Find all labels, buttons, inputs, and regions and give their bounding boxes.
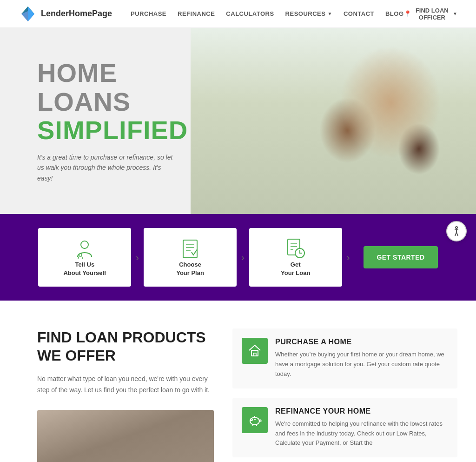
- svg-line-6: [82, 256, 83, 259]
- step-3-label: GetYour Loan: [281, 261, 310, 277]
- loan-right: PURCHASE A HOME Whether you're buying yo…: [232, 328, 457, 457]
- purchase-description: Whether you're buying your first home or…: [275, 350, 448, 379]
- chevron-down-icon: ▼: [453, 11, 457, 16]
- find-loan-officer-button[interactable]: 📍 FIND LOAN OFFICER ▼: [404, 7, 457, 21]
- header: LenderHomePage PURCHASE REFINANCE CALCUL…: [0, 0, 476, 28]
- refinance-product-info: REFINANCE YOUR HOME We're committed to h…: [275, 407, 448, 448]
- step-1-label: Tell UsAbout Yourself: [63, 261, 106, 277]
- hero-content: HOME LOANS SIMPLIFIED It's a great time …: [0, 31, 206, 211]
- get-started-button[interactable]: GET STARTED: [364, 246, 437, 268]
- refinance-description: We're committed to helping you refinance…: [275, 419, 448, 448]
- loan-image: [37, 410, 214, 462]
- svg-point-19: [251, 419, 252, 421]
- home-icon: [248, 344, 262, 358]
- step-card-1: Tell UsAbout Yourself: [38, 228, 131, 287]
- svg-point-24: [456, 227, 457, 228]
- loan-products-section: FIND LOAN PRODUCTSWE OFFER No matter wha…: [0, 301, 476, 462]
- purchase-title: PURCHASE A HOME: [275, 338, 448, 346]
- purchase-icon-box: [242, 338, 268, 364]
- loan-products-title: FIND LOAN PRODUCTSWE OFFER: [37, 328, 214, 364]
- refinance-icon-box: [242, 407, 268, 433]
- steps-banner: Tell UsAbout Yourself › ChooseYour Plan …: [0, 214, 476, 301]
- hero-title-accent: SIMPLIFIED: [37, 116, 188, 145]
- logo[interactable]: LenderHomePage: [19, 5, 112, 23]
- step-arrow-3: ›: [347, 252, 350, 263]
- svg-point-3: [81, 241, 88, 248]
- loan-left: FIND LOAN PRODUCTSWE OFFER No matter wha…: [37, 328, 214, 462]
- main-nav: PURCHASE REFINANCE CALCULATORS RESOURCES…: [131, 10, 403, 17]
- document-check-icon: [178, 237, 202, 261]
- svg-line-28: [456, 232, 458, 236]
- svg-marker-2: [28, 7, 34, 21]
- hero-title-line2: LOANS: [37, 87, 188, 116]
- step-card-2: ChooseYour Plan: [144, 228, 237, 287]
- hero-image: [191, 28, 476, 214]
- hero-section: HOME LOANS SIMPLIFIED It's a great time …: [0, 28, 476, 214]
- refinance-title: REFINANCE YOUR HOME: [275, 407, 448, 415]
- hero-title-line1: HOME: [37, 59, 188, 87]
- chevron-down-icon: ▼: [327, 11, 332, 16]
- document-clock-icon: [284, 237, 307, 261]
- step-arrow-2: ›: [241, 252, 245, 263]
- product-card-purchase: PURCHASE A HOME Whether you're buying yo…: [232, 328, 457, 388]
- nav-refinance[interactable]: REFINANCE: [178, 10, 215, 17]
- logo-icon: [19, 5, 37, 23]
- loan-products-description: No matter what type of loan you need, we…: [37, 374, 214, 396]
- step-arrow-1: ›: [136, 252, 139, 263]
- accessibility-button[interactable]: [446, 221, 467, 241]
- svg-point-4: [79, 254, 82, 256]
- nav-calculators[interactable]: CALCULATORS: [226, 10, 274, 17]
- nav-contact[interactable]: CONTACT: [344, 10, 374, 17]
- nav-blog[interactable]: BLOG: [385, 10, 404, 17]
- hero-subtitle: It's a great time to purchase or refinan…: [37, 152, 177, 183]
- location-pin-icon: 📍: [404, 10, 411, 17]
- nav-resources[interactable]: RESOURCES ▼: [285, 10, 332, 17]
- accessibility-icon: [451, 226, 462, 237]
- svg-line-5: [78, 256, 79, 259]
- step-card-3: GetYour Loan: [249, 228, 342, 287]
- product-card-refinance: REFINANCE YOUR HOME We're committed to h…: [232, 398, 457, 457]
- svg-rect-7: [183, 240, 197, 258]
- piggy-bank-icon: [248, 413, 262, 427]
- step-2-label: ChooseYour Plan: [176, 261, 204, 277]
- nav-purchase[interactable]: PURCHASE: [131, 10, 166, 17]
- purchase-product-info: PURCHASE A HOME Whether you're buying yo…: [275, 338, 448, 379]
- logo-text: LenderHomePage: [41, 9, 112, 19]
- person-icon: [73, 237, 96, 261]
